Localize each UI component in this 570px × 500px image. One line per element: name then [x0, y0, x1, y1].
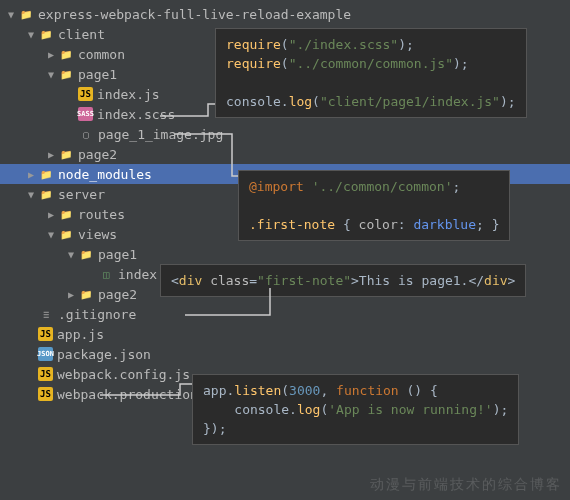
sass-file-icon: SASS: [78, 107, 93, 121]
file-page1-image[interactable]: ▢page_1_image.jpg: [0, 124, 570, 144]
chevron-down-icon: ▼: [44, 229, 58, 240]
chevron-right-icon: ▶: [24, 169, 38, 180]
folder-root[interactable]: ▼📁express-webpack-full-live-reload-examp…: [0, 4, 570, 24]
folder-icon: 📁: [38, 166, 54, 182]
chevron-down-icon: ▼: [4, 9, 18, 20]
folder-label: client: [58, 27, 105, 42]
js-file-icon: JS: [38, 387, 53, 401]
folder-label: server: [58, 187, 105, 202]
folder-icon: 📁: [58, 46, 74, 62]
folder-label: page2: [98, 287, 137, 302]
folder-open-icon: 📁: [58, 226, 74, 242]
folder-open-icon: 📁: [58, 66, 74, 82]
folder-views-page1[interactable]: ▼📁page1: [0, 244, 570, 264]
watermark: 动漫与前端技术的综合博客: [370, 476, 562, 494]
code-snippet-indexscss: @import '../common/common'; .first-note …: [238, 170, 510, 241]
folder-open-icon: 📁: [18, 6, 34, 22]
code-snippet-indexjs: require("./index.scss"); require("../com…: [215, 28, 527, 118]
folder-label: routes: [78, 207, 125, 222]
file-label: app.js: [57, 327, 104, 342]
folder-label: express-webpack-full-live-reload-example: [38, 7, 351, 22]
file-gitignore[interactable]: ≡.gitignore: [0, 304, 570, 324]
folder-label: common: [78, 47, 125, 62]
folder-label: page1: [98, 247, 137, 262]
file-label: package.json: [57, 347, 151, 362]
folder-page2[interactable]: ▶📁page2: [0, 144, 570, 164]
folder-icon: 📁: [78, 286, 94, 302]
folder-label: node_modules: [58, 167, 152, 182]
file-label: index.scss: [97, 107, 175, 122]
chevron-down-icon: ▼: [44, 69, 58, 80]
text-file-icon: ≡: [38, 306, 54, 322]
folder-label: page2: [78, 147, 117, 162]
file-label: .gitignore: [58, 307, 136, 322]
folder-open-icon: 📁: [78, 246, 94, 262]
code-snippet-appjs: app.listen(3000, function () { console.l…: [192, 374, 519, 445]
chevron-down-icon: ▼: [24, 189, 38, 200]
folder-label: views: [78, 227, 117, 242]
folder-icon: 📁: [58, 206, 74, 222]
code-snippet-indexhtml: <div class="first-note">This is page1.</…: [160, 264, 526, 297]
file-app-js[interactable]: JSapp.js: [0, 324, 570, 344]
folder-label: page1: [78, 67, 117, 82]
js-file-icon: JS: [78, 87, 93, 101]
file-label: webpack.config.js: [57, 367, 190, 382]
chevron-down-icon: ▼: [24, 29, 38, 40]
json-file-icon: JSON: [38, 347, 53, 361]
chevron-down-icon: ▼: [64, 249, 78, 260]
folder-open-icon: 📁: [38, 26, 54, 42]
chevron-right-icon: ▶: [44, 209, 58, 220]
file-package-json[interactable]: JSONpackage.json: [0, 344, 570, 364]
chevron-right-icon: ▶: [44, 49, 58, 60]
js-file-icon: JS: [38, 327, 53, 341]
file-label: index.js: [97, 87, 160, 102]
image-file-icon: ▢: [78, 126, 94, 142]
folder-open-icon: 📁: [38, 186, 54, 202]
js-file-icon: JS: [38, 367, 53, 381]
file-label: page_1_image.jpg: [98, 127, 223, 142]
chevron-right-icon: ▶: [64, 289, 78, 300]
chevron-right-icon: ▶: [44, 149, 58, 160]
folder-icon: 📁: [58, 146, 74, 162]
html-file-icon: ◫: [98, 266, 114, 282]
